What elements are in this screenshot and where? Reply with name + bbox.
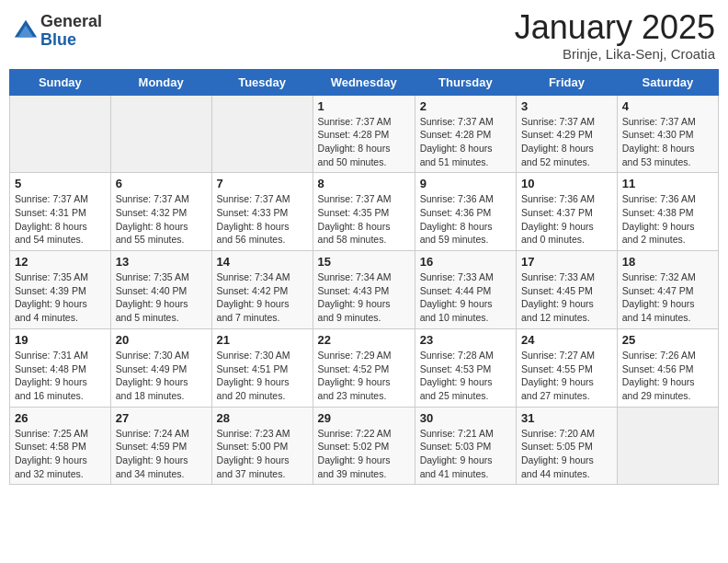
day-info: Sunrise: 7:33 AM Sunset: 4:44 PM Dayligh… bbox=[420, 270, 511, 325]
day-info: Sunrise: 7:23 AM Sunset: 5:00 PM Dayligh… bbox=[217, 427, 308, 481]
day-number: 26 bbox=[15, 411, 106, 425]
day-number: 30 bbox=[420, 411, 511, 425]
calendar-cell bbox=[617, 407, 718, 485]
day-number: 21 bbox=[217, 333, 308, 347]
calendar-cell: 19Sunrise: 7:31 AM Sunset: 4:48 PM Dayli… bbox=[10, 328, 111, 407]
day-info: Sunrise: 7:35 AM Sunset: 4:40 PM Dayligh… bbox=[116, 270, 207, 325]
calendar-cell: 22Sunrise: 7:29 AM Sunset: 4:52 PM Dayli… bbox=[313, 328, 415, 407]
weekday-sunday: Sunday bbox=[10, 69, 111, 95]
calendar-cell: 12Sunrise: 7:35 AM Sunset: 4:39 PM Dayli… bbox=[10, 251, 111, 329]
week-row-4: 19Sunrise: 7:31 AM Sunset: 4:48 PM Dayli… bbox=[10, 328, 719, 407]
day-number: 17 bbox=[521, 255, 612, 269]
day-number: 22 bbox=[318, 333, 410, 347]
day-info: Sunrise: 7:25 AM Sunset: 4:58 PM Dayligh… bbox=[15, 427, 106, 481]
calendar-cell: 29Sunrise: 7:22 AM Sunset: 5:02 PM Dayli… bbox=[313, 407, 415, 485]
calendar-cell: 26Sunrise: 7:25 AM Sunset: 4:58 PM Dayli… bbox=[10, 407, 111, 485]
day-number: 20 bbox=[116, 333, 207, 347]
day-number: 24 bbox=[521, 333, 612, 347]
calendar-cell bbox=[211, 95, 313, 173]
day-info: Sunrise: 7:37 AM Sunset: 4:28 PM Dayligh… bbox=[318, 115, 410, 169]
calendar-cell: 16Sunrise: 7:33 AM Sunset: 4:44 PM Dayli… bbox=[415, 251, 516, 329]
day-info: Sunrise: 7:20 AM Sunset: 5:05 PM Dayligh… bbox=[521, 427, 612, 481]
day-info: Sunrise: 7:28 AM Sunset: 4:53 PM Dayligh… bbox=[420, 349, 511, 403]
day-info: Sunrise: 7:32 AM Sunset: 4:47 PM Dayligh… bbox=[622, 270, 713, 325]
calendar-cell: 20Sunrise: 7:30 AM Sunset: 4:49 PM Dayli… bbox=[110, 328, 211, 407]
calendar-cell bbox=[110, 95, 211, 173]
logo-general-text: General bbox=[40, 13, 102, 31]
calendar-cell: 27Sunrise: 7:24 AM Sunset: 4:59 PM Dayli… bbox=[110, 407, 211, 485]
day-number: 29 bbox=[318, 411, 410, 425]
day-number: 13 bbox=[116, 255, 207, 269]
calendar-cell: 25Sunrise: 7:26 AM Sunset: 4:56 PM Dayli… bbox=[617, 328, 718, 407]
day-info: Sunrise: 7:34 AM Sunset: 4:43 PM Dayligh… bbox=[318, 270, 410, 325]
day-info: Sunrise: 7:33 AM Sunset: 4:45 PM Dayligh… bbox=[521, 270, 612, 325]
day-info: Sunrise: 7:37 AM Sunset: 4:30 PM Dayligh… bbox=[622, 115, 713, 169]
day-number: 8 bbox=[318, 177, 410, 190]
day-number: 3 bbox=[521, 99, 612, 113]
day-info: Sunrise: 7:34 AM Sunset: 4:42 PM Dayligh… bbox=[217, 270, 308, 325]
day-number: 19 bbox=[15, 333, 106, 347]
calendar-cell: 1Sunrise: 7:37 AM Sunset: 4:28 PM Daylig… bbox=[313, 95, 415, 173]
logo-blue-text: Blue bbox=[40, 31, 102, 50]
day-number: 12 bbox=[15, 255, 106, 269]
weekday-row: SundayMondayTuesdayWednesdayThursdayFrid… bbox=[10, 69, 719, 95]
calendar-header: SundayMondayTuesdayWednesdayThursdayFrid… bbox=[10, 69, 719, 95]
day-number: 18 bbox=[622, 255, 713, 269]
day-number: 14 bbox=[217, 255, 308, 269]
calendar-cell: 8Sunrise: 7:37 AM Sunset: 4:35 PM Daylig… bbox=[313, 173, 415, 251]
logo: General Blue bbox=[13, 13, 102, 50]
day-info: Sunrise: 7:30 AM Sunset: 4:51 PM Dayligh… bbox=[217, 349, 308, 403]
week-row-2: 5Sunrise: 7:37 AM Sunset: 4:31 PM Daylig… bbox=[10, 173, 719, 251]
calendar-cell: 13Sunrise: 7:35 AM Sunset: 4:40 PM Dayli… bbox=[110, 251, 211, 329]
day-info: Sunrise: 7:31 AM Sunset: 4:48 PM Dayligh… bbox=[15, 349, 106, 403]
weekday-monday: Monday bbox=[110, 69, 211, 95]
calendar-cell: 17Sunrise: 7:33 AM Sunset: 4:45 PM Dayli… bbox=[517, 251, 618, 329]
day-info: Sunrise: 7:37 AM Sunset: 4:35 PM Dayligh… bbox=[318, 192, 410, 247]
calendar-cell: 10Sunrise: 7:36 AM Sunset: 4:37 PM Dayli… bbox=[517, 173, 618, 251]
calendar-cell: 2Sunrise: 7:37 AM Sunset: 4:28 PM Daylig… bbox=[415, 95, 516, 173]
day-info: Sunrise: 7:37 AM Sunset: 4:31 PM Dayligh… bbox=[15, 192, 106, 247]
day-number: 15 bbox=[318, 255, 410, 269]
day-number: 6 bbox=[116, 177, 207, 190]
day-number: 31 bbox=[521, 411, 612, 425]
day-info: Sunrise: 7:30 AM Sunset: 4:49 PM Dayligh… bbox=[116, 349, 207, 403]
calendar-cell: 28Sunrise: 7:23 AM Sunset: 5:00 PM Dayli… bbox=[211, 407, 313, 485]
calendar-cell: 18Sunrise: 7:32 AM Sunset: 4:47 PM Dayli… bbox=[617, 251, 718, 329]
page-header: General Blue January 2025 Brinje, Lika-S… bbox=[9, 9, 719, 62]
week-row-1: 1Sunrise: 7:37 AM Sunset: 4:28 PM Daylig… bbox=[10, 95, 719, 173]
week-row-5: 26Sunrise: 7:25 AM Sunset: 4:58 PM Dayli… bbox=[10, 407, 719, 485]
day-number: 10 bbox=[521, 177, 612, 190]
day-info: Sunrise: 7:26 AM Sunset: 4:56 PM Dayligh… bbox=[622, 349, 713, 403]
calendar-cell: 5Sunrise: 7:37 AM Sunset: 4:31 PM Daylig… bbox=[10, 173, 111, 251]
day-number: 4 bbox=[622, 99, 713, 113]
calendar-cell: 31Sunrise: 7:20 AM Sunset: 5:05 PM Dayli… bbox=[517, 407, 618, 485]
week-row-3: 12Sunrise: 7:35 AM Sunset: 4:39 PM Dayli… bbox=[10, 251, 719, 329]
day-info: Sunrise: 7:37 AM Sunset: 4:33 PM Dayligh… bbox=[217, 192, 308, 247]
day-info: Sunrise: 7:35 AM Sunset: 4:39 PM Dayligh… bbox=[15, 270, 106, 325]
day-info: Sunrise: 7:36 AM Sunset: 4:38 PM Dayligh… bbox=[622, 192, 713, 247]
day-number: 1 bbox=[318, 99, 410, 113]
day-info: Sunrise: 7:36 AM Sunset: 4:37 PM Dayligh… bbox=[521, 192, 612, 247]
day-info: Sunrise: 7:37 AM Sunset: 4:32 PM Dayligh… bbox=[116, 192, 207, 247]
logo-text: General Blue bbox=[40, 13, 102, 50]
calendar-body: 1Sunrise: 7:37 AM Sunset: 4:28 PM Daylig… bbox=[10, 95, 719, 485]
weekday-wednesday: Wednesday bbox=[313, 69, 415, 95]
day-info: Sunrise: 7:37 AM Sunset: 4:28 PM Dayligh… bbox=[420, 115, 511, 169]
calendar-cell: 3Sunrise: 7:37 AM Sunset: 4:29 PM Daylig… bbox=[517, 95, 618, 173]
logo-icon bbox=[13, 18, 39, 44]
weekday-tuesday: Tuesday bbox=[211, 69, 313, 95]
location-subtitle: Brinje, Lika-Senj, Croatia bbox=[515, 46, 715, 62]
calendar-cell: 14Sunrise: 7:34 AM Sunset: 4:42 PM Dayli… bbox=[211, 251, 313, 329]
day-info: Sunrise: 7:21 AM Sunset: 5:03 PM Dayligh… bbox=[420, 427, 511, 481]
day-info: Sunrise: 7:37 AM Sunset: 4:29 PM Dayligh… bbox=[521, 115, 612, 169]
weekday-saturday: Saturday bbox=[617, 69, 718, 95]
day-number: 28 bbox=[217, 411, 308, 425]
calendar-cell: 6Sunrise: 7:37 AM Sunset: 4:32 PM Daylig… bbox=[110, 173, 211, 251]
day-number: 27 bbox=[116, 411, 207, 425]
calendar-cell: 24Sunrise: 7:27 AM Sunset: 4:55 PM Dayli… bbox=[517, 328, 618, 407]
calendar-cell: 21Sunrise: 7:30 AM Sunset: 4:51 PM Dayli… bbox=[211, 328, 313, 407]
month-title: January 2025 bbox=[515, 9, 715, 46]
weekday-thursday: Thursday bbox=[415, 69, 516, 95]
day-info: Sunrise: 7:22 AM Sunset: 5:02 PM Dayligh… bbox=[318, 427, 410, 481]
day-number: 16 bbox=[420, 255, 511, 269]
